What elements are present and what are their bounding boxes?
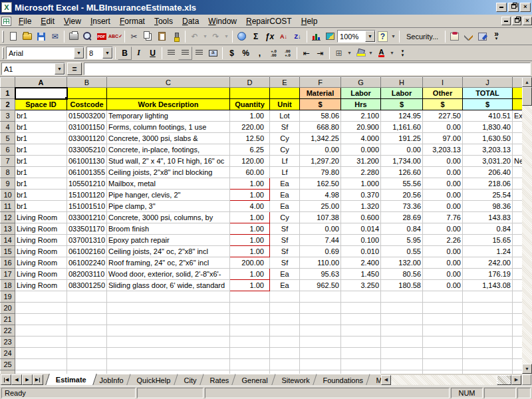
cell-E11[interactable]: Ea [270, 201, 300, 212]
cell-D7[interactable]: 120.00 [230, 156, 270, 167]
header-cell-material-unit[interactable]: $ [300, 99, 341, 110]
cell-G16[interactable]: 2.400 [341, 257, 381, 269]
cell-K2[interactable] [513, 99, 523, 110]
font-color-button[interactable]: A [374, 47, 388, 60]
menu-edit[interactable]: Edit [36, 15, 59, 27]
cell-empty[interactable] [341, 325, 381, 336]
selection-fill-handle[interactable] [65, 97, 67, 99]
cell-K8[interactable] [513, 167, 523, 178]
cell-empty[interactable] [381, 325, 423, 336]
cell-empty[interactable] [463, 325, 513, 336]
cell-empty[interactable] [67, 314, 107, 325]
redo-button[interactable]: ↷ [209, 30, 223, 43]
sheet-tab-quickhelp[interactable]: QuickHelp [126, 374, 181, 385]
cell-K13[interactable] [513, 223, 523, 235]
row-header-23[interactable]: 23 [1, 336, 15, 348]
cell-K1[interactable] [513, 88, 523, 99]
header-cell-costcode[interactable]: Costcode [67, 99, 107, 110]
help-button[interactable]: ? [376, 30, 390, 43]
cell-G6[interactable]: 0.000 [341, 144, 381, 156]
font-name-combo[interactable]: Arial ▼ [6, 47, 84, 59]
scroll-right-button[interactable]: ▶ [511, 375, 521, 385]
cell-E6[interactable]: Cy [270, 144, 300, 156]
cell-J13[interactable]: 0.84 [463, 223, 513, 235]
cell-J14[interactable]: 15.65 [463, 235, 513, 246]
cell-I15[interactable]: 0.00 [423, 246, 463, 257]
formula-input[interactable] [84, 63, 531, 75]
cell-K4[interactable] [513, 122, 523, 133]
cell-I1-other[interactable]: Other [423, 88, 463, 99]
row-header-16[interactable]: 16 [1, 257, 15, 269]
cell-A9[interactable]: br1 [15, 178, 67, 190]
cell-empty[interactable] [513, 325, 523, 336]
cell-B3[interactable]: 015003200 [67, 110, 107, 122]
cell-D12[interactable]: 1.00 [230, 212, 270, 223]
cell-C15[interactable]: Ceiling joists, 24" oc, 2"x8" incl [107, 246, 230, 257]
cell-G11[interactable]: 1.320 [341, 201, 381, 212]
toolbar-grip[interactable] [2, 31, 4, 43]
cell-C17[interactable]: Wood door, exterior, solid, 2'-8"x6'- [107, 269, 230, 280]
paste-button[interactable] [155, 30, 169, 43]
cell-C6[interactable]: Concrete, in-place, footings, [107, 144, 230, 156]
cell-empty[interactable] [230, 325, 270, 336]
sheet-tab-metals[interactable]: Metals [366, 374, 381, 385]
merge-center-button[interactable] [206, 47, 220, 60]
sort-descending-button[interactable]: Z↓ [291, 30, 305, 43]
cell-empty[interactable] [300, 348, 341, 359]
redo-dropdown[interactable]: ▼ [223, 30, 230, 43]
comma-button[interactable]: , [253, 47, 267, 60]
cell-J7[interactable]: 3,031.20 [463, 156, 513, 167]
cell-I12[interactable]: 7.76 [423, 212, 463, 223]
cell-empty[interactable] [381, 291, 423, 303]
cell-B12[interactable]: 033001210 [67, 212, 107, 223]
italic-button[interactable]: I [132, 47, 146, 60]
cell-J17[interactable]: 176.19 [463, 269, 513, 280]
row-header-18[interactable]: 18 [1, 280, 15, 291]
column-header-D[interactable]: D [230, 78, 270, 88]
column-header-F[interactable]: F [300, 78, 341, 88]
cell-empty[interactable] [300, 314, 341, 325]
cell-H5[interactable]: 191.25 [381, 133, 423, 144]
row-header-20[interactable]: 20 [1, 303, 15, 314]
help-dropdown[interactable]: ▼ [390, 30, 397, 43]
name-box-dropdown-icon[interactable]: ▼ [55, 63, 65, 74]
cell-empty[interactable] [463, 348, 513, 359]
cell-E1[interactable] [270, 88, 300, 99]
format-painter-button[interactable] [169, 30, 183, 43]
cell-E9[interactable]: Ea [270, 178, 300, 190]
cell-F5[interactable]: 1,342.25 [300, 133, 341, 144]
cell-empty[interactable] [270, 359, 300, 370]
row-header-6[interactable]: 6 [1, 144, 15, 156]
row-header-3[interactable]: 3 [1, 110, 15, 122]
column-header-G[interactable]: G [341, 78, 381, 88]
drawing-button[interactable] [323, 30, 337, 43]
cell-C10[interactable]: Pipe hanger, clevis, 2" [107, 190, 230, 201]
vertical-scrollbar[interactable]: ▲ ▼ [522, 77, 532, 374]
cell-B14[interactable]: 037001310 [67, 235, 107, 246]
cell-A13[interactable]: Living Room [15, 223, 67, 235]
cell-empty[interactable] [67, 348, 107, 359]
cell-G10[interactable]: 0.370 [341, 190, 381, 201]
row-header-7[interactable]: 7 [1, 156, 15, 167]
row-header-24[interactable]: 24 [1, 348, 15, 359]
row-header-12[interactable]: 12 [1, 212, 15, 223]
cell-I18[interactable]: 0.00 [423, 280, 463, 291]
cell-E12[interactable]: Cy [270, 212, 300, 223]
cell-E18[interactable]: Ea [270, 280, 300, 291]
cell-empty[interactable] [513, 336, 523, 348]
font-name-dropdown-icon[interactable]: ▼ [74, 47, 84, 59]
cell-empty[interactable] [423, 291, 463, 303]
cell-empty[interactable] [15, 303, 67, 314]
cell-H3[interactable]: 124.95 [381, 110, 423, 122]
cell-D3[interactable]: 1.00 [230, 110, 270, 122]
fmt-more-buttons-chevron[interactable]: ▼▼ [396, 47, 410, 60]
minimize-button[interactable] [496, 3, 507, 12]
cell-D8[interactable]: 60.00 [230, 167, 270, 178]
fill-color-button[interactable] [353, 47, 367, 60]
cell-empty[interactable] [463, 291, 513, 303]
cell-J18[interactable]: 1,143.08 [463, 280, 513, 291]
cell-G8[interactable]: 2.280 [341, 167, 381, 178]
row-header-8[interactable]: 8 [1, 167, 15, 178]
cell-B7[interactable]: 061001130 [67, 156, 107, 167]
header-cell-space-id[interactable]: Space ID [15, 99, 67, 110]
